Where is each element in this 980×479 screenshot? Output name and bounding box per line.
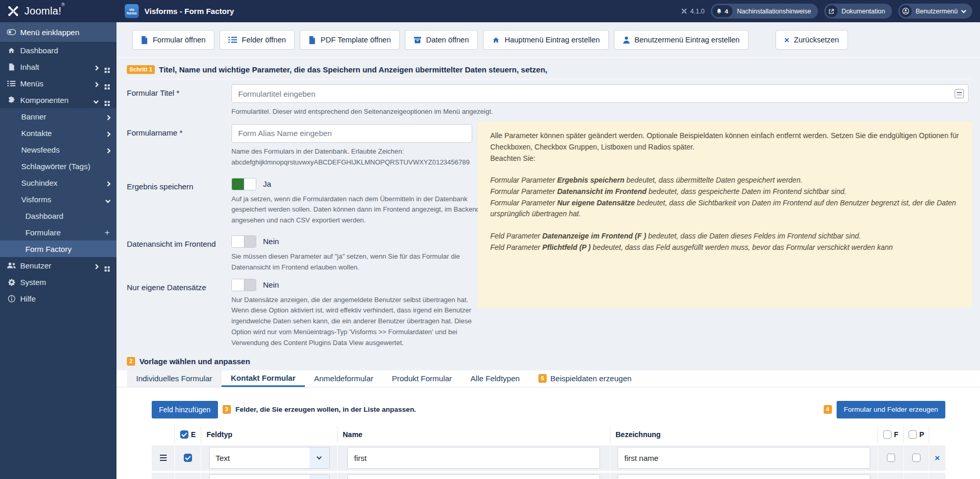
chevron-right-icon [94, 63, 98, 71]
notifications-pill[interactable]: 4 Nachinstallationshinweise [711, 4, 818, 19]
row-select-checkbox[interactable] [184, 454, 192, 462]
file-icon [141, 36, 148, 44]
input-options-icon[interactable] [955, 89, 964, 98]
tab-label: Kontakt Formular [231, 373, 296, 382]
toggle-value: Nein [263, 237, 279, 246]
section2-heading: 2 Vorlage wählen und anpassen [127, 357, 980, 366]
chevron-right-icon [94, 261, 98, 270]
sidebar-item-visforms[interactable]: Visforms [0, 191, 116, 207]
sidebar-item-kontakte[interactable]: Kontakte [0, 125, 116, 141]
list-icon [6, 80, 17, 87]
sidebar-item-inhalt[interactable]: Inhalt [0, 58, 116, 75]
tab-beispieldaten-erzeugen[interactable]: 5Beispieldaten erzeugen [529, 370, 641, 387]
chevron-down-icon [961, 8, 967, 13]
sidebar-item-system[interactable]: System [0, 274, 116, 290]
formularname-input[interactable] [231, 124, 472, 143]
person-circle-icon [900, 5, 912, 17]
formular-ffnen-button[interactable]: Formular öffnen [132, 30, 214, 50]
sidebar-item-dashboard[interactable]: Dashboard [0, 207, 116, 224]
select-chevron-icon [310, 475, 329, 479]
sidebar-item-newsfeeds[interactable]: Newsfeeds [0, 141, 116, 158]
header-p-label: P [919, 430, 924, 439]
tab-produkt-formular[interactable]: Produkt Formular [383, 370, 461, 387]
reset-button[interactable]: ×Zurücksetzen [776, 30, 848, 50]
sidebar-item-benutzer[interactable]: Benutzer [0, 257, 116, 274]
field-name-input[interactable] [347, 474, 600, 479]
feldtyp-select[interactable]: Text [209, 447, 330, 469]
sidebar-item-men-einklappen[interactable]: Menü einklappen [0, 22, 116, 42]
joomla-logo-icon [7, 5, 20, 18]
sidebar-item-label: Komponenten [20, 96, 68, 104]
file-icon [309, 36, 316, 44]
tab-label: Alle Feldtypen [471, 374, 520, 383]
builder-hint: Felder, die Sie erzeugen wollen, in der … [236, 406, 416, 413]
toggle-switch[interactable] [231, 279, 256, 291]
sidebar-item-label: Suchindex [21, 178, 57, 187]
documentation-pill[interactable]: Dokumentation [824, 4, 892, 19]
field-label-input[interactable] [618, 447, 870, 469]
benutzermen-eintrag-erstellen-button[interactable]: Benutzermenü Eintrag erstellen [614, 30, 749, 50]
fields-table: E Feldtyp Name Bezeichnung F P Te [152, 426, 945, 479]
joomla-version-icon [681, 8, 688, 14]
toggle-label: Datenansicht im Frontend [127, 235, 231, 273]
delete-row-button[interactable]: × [935, 454, 940, 462]
sidebar-item-komponenten[interactable]: Komponenten [0, 92, 116, 108]
daten-ffnen-button[interactable]: Daten öffnen [405, 30, 478, 50]
sidebar-item-label: Newsfeeds [21, 145, 60, 154]
p-all-checkbox[interactable] [909, 430, 917, 439]
tab-kontakt-formular[interactable]: Kontakt Formular [222, 370, 305, 387]
sidebar-item-trailing [94, 63, 110, 71]
grid-icon [105, 96, 110, 104]
sidebar-item-hilfe[interactable]: Hilfe [0, 290, 116, 307]
chevron-right-icon [106, 112, 110, 121]
tab-anmeldeformular[interactable]: Anmeldeformular [305, 370, 383, 387]
create-form-fields-button[interactable]: Formular und Felder erzeugen [837, 401, 945, 418]
toggle-switch[interactable] [231, 235, 256, 248]
f-all-checkbox[interactable] [883, 430, 891, 439]
sidebar-item-trailing [106, 195, 110, 204]
field-name-input[interactable] [347, 447, 600, 469]
feldtyp-select[interactable]: Text [209, 474, 330, 479]
drag-handle-icon[interactable] [160, 455, 167, 461]
pdf-template-ffnen-button[interactable]: PDF Template öffnen [300, 30, 400, 50]
add-field-button[interactable]: Feld hinzufügen [152, 401, 218, 418]
sidebar-item-label: Dashboard [25, 212, 63, 220]
felder-ffnen-button[interactable]: Felder öffnen [220, 30, 295, 50]
header-f: F [878, 426, 904, 443]
template-tabs: Individuelles FormularKontakt FormularAn… [116, 370, 980, 387]
field-label-input[interactable] [618, 474, 870, 479]
sidebar-item-banner[interactable]: Banner [0, 108, 116, 125]
f-checkbox[interactable] [887, 454, 895, 462]
p-checkbox[interactable] [912, 454, 920, 462]
sidebar-item-trailing [94, 79, 110, 88]
tab-label: Produkt Formular [392, 374, 452, 383]
gear-icon [6, 278, 17, 286]
app-header: visforms Visforms - Form Factory [116, 4, 234, 18]
toggle-help: Nur Datensätze anzeigen, die der angemel… [231, 295, 480, 349]
sidebar-item-dashboard[interactable]: Dashboard [0, 42, 116, 58]
tab-individuelles-formular[interactable]: Individuelles Formular [127, 370, 222, 387]
toolbar: Formular öffnenFelder öffnenPDF Template… [116, 22, 980, 58]
sidebar-item-trailing [94, 261, 110, 270]
sidebar-item-formulare[interactable]: Formulare + [0, 224, 116, 241]
archive-icon [414, 36, 421, 44]
sidebar-item-trailing: + [105, 228, 110, 237]
sidebar-item-schlagw-rter-tags-[interactable]: Schlagwörter (Tags) [0, 158, 116, 174]
formular-titel-input[interactable] [231, 84, 969, 103]
notice-form-parameter-lines: Formular Parameter Ergebnis speichern be… [490, 175, 960, 220]
sidebar-item-form-factory[interactable]: Form Factory [0, 241, 116, 257]
usermenu-pill[interactable]: Benutzermenü [898, 4, 972, 19]
table-row: Text × [152, 445, 945, 471]
select-all-checkbox[interactable] [180, 430, 188, 439]
toggle-label: Nur eigene Datensätze [127, 279, 231, 349]
sidebar-item-trailing [106, 112, 110, 121]
tab-alle-feldtypen[interactable]: Alle Feldtypen [461, 370, 529, 387]
toggle-switch[interactable] [231, 178, 256, 190]
notice-field-parameter-lines: Feld Parameter Datenanzeige im Frontend … [490, 231, 960, 253]
sidebar-item-suchindex[interactable]: Suchindex [0, 174, 116, 191]
builder-bar: Feld hinzufügen 3 Felder, die Sie erzeug… [152, 401, 945, 418]
sidebar-item-men-s[interactable]: Menüs [0, 75, 116, 92]
hauptmen-eintrag-erstellen-button[interactable]: Hauptmenü Eintrag erstellen [483, 30, 609, 50]
joomla-version: 4.1.0 [681, 8, 705, 15]
sidebar-item-label: Hilfe [20, 294, 36, 303]
